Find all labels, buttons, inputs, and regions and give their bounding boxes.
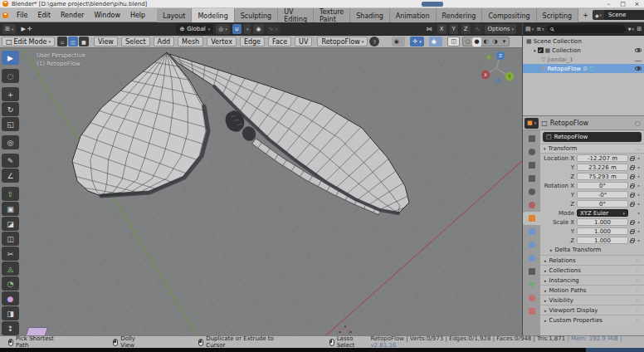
minimize-button[interactable]: – (602, 0, 616, 8)
outliner-item-retopoflow[interactable]: ▽RetopoFlow⚙▽ (523, 64, 644, 73)
options-dropdown[interactable]: Options▾ (485, 24, 516, 34)
proportional-falloff-dropdown[interactable]: ∿▾ (266, 24, 280, 34)
lock-icon[interactable] (628, 174, 636, 179)
value-field[interactable]: -12.207 m (577, 154, 628, 162)
viewport-menu-edge[interactable]: Edge (240, 37, 265, 46)
lock-icon[interactable] (628, 201, 636, 207)
loop-cut-tool-button[interactable]: ◫ (2, 232, 19, 246)
face-select-button[interactable]: ■ (79, 37, 89, 46)
viewport-menu-add[interactable]: Add (154, 37, 175, 46)
workspace-tab-texture-paint[interactable]: Texture Paint (314, 8, 350, 22)
rendered-shading-button[interactable]: ◑ (490, 37, 500, 46)
maximize-button[interactable]: □ (616, 0, 630, 8)
lock-icon[interactable] (628, 228, 636, 234)
lock-icon[interactable] (628, 164, 636, 170)
panel-divider[interactable] (522, 22, 523, 335)
properties-tab-view-layer[interactable] (523, 172, 540, 185)
animate-dot-icon[interactable]: • (636, 228, 642, 234)
animate-dot-icon[interactable]: • (636, 201, 642, 207)
workspace-tab-layout[interactable]: Layout (157, 8, 192, 22)
close-button[interactable]: × (630, 0, 644, 8)
eye-icon[interactable] (635, 66, 642, 72)
section-delta-transform[interactable]: ▸ Delta Transform (540, 245, 644, 255)
workspace-tab-compositing[interactable]: Compositing (482, 8, 536, 22)
value-field[interactable]: -0° (577, 191, 628, 198)
eye-closed-icon[interactable] (635, 56, 642, 63)
properties-tab-tool[interactable] (523, 132, 540, 145)
section-motion-paths[interactable]: ▸Motion Paths∷ (540, 285, 644, 295)
outliner-item-scene-collection[interactable]: ▦Scene Collection (523, 37, 644, 46)
outliner-item-jiandai-1[interactable]: ▽jiandai_1 (523, 55, 644, 64)
section-relations[interactable]: ▸Relations∷ (540, 255, 644, 265)
value-field[interactable]: 1.000 (577, 237, 628, 244)
workspace-tab-shading[interactable]: Shading (350, 8, 390, 22)
section-viewport-display[interactable]: ▸Viewport Display∷ (540, 305, 644, 315)
section-visibility[interactable]: ▸Visibility∷ (540, 295, 644, 305)
snake-hook-icon[interactable]: ∿ (473, 24, 483, 34)
viewport-menu-select[interactable]: Select (121, 37, 150, 46)
scene-selector[interactable]: ◆▾ Scene ▣ × (593, 10, 644, 20)
solid-shading-button[interactable]: ● (472, 37, 481, 46)
object-name-field[interactable]: □ RetopoFlow (543, 132, 642, 142)
properties-tab-object-data[interactable] (523, 278, 540, 291)
viewport-menu-vertex[interactable]: Vertex (207, 37, 237, 46)
mode-dropdown[interactable]: □Edit Mode▾ (2, 37, 55, 46)
transform-tool-button[interactable]: ◎ (2, 135, 19, 149)
gizmo-toggle[interactable]: ✛▾ (410, 37, 423, 46)
viewport-menu-view[interactable]: View (94, 37, 118, 46)
value-field[interactable]: 1.000 (577, 218, 628, 226)
shading-dropdown[interactable]: ▾ (500, 37, 509, 46)
proportional-editing-toggle[interactable]: ◉ (253, 24, 263, 34)
object-visibility-dropdown[interactable]: ◉▾ (392, 37, 406, 46)
workspace-tab-animation[interactable]: Animation (390, 8, 437, 22)
properties-tab-physics[interactable] (523, 252, 540, 265)
workspace-tab-[interactable]: + (578, 8, 593, 22)
properties-tab-object[interactable] (523, 212, 540, 225)
bevel-tool-button[interactable]: ◪ (2, 217, 19, 231)
menu-window[interactable]: Window (89, 12, 125, 19)
outliner-search-input[interactable] (547, 25, 626, 33)
vertex-select-button[interactable]: ▫ (57, 37, 67, 46)
lock-icon[interactable] (628, 237, 636, 243)
value-field[interactable]: 0° (577, 200, 628, 208)
properties-tab-particles[interactable] (523, 238, 540, 252)
overlays-toggle[interactable]: ◉▾ (429, 37, 443, 46)
measure-tool-button[interactable]: ∠ (2, 169, 19, 183)
properties-tab-render[interactable] (523, 145, 540, 159)
move-tool-button[interactable]: + (2, 87, 19, 101)
menu-file[interactable]: File (12, 12, 32, 19)
mode-dropdown-field[interactable]: XYZ Euler▾ (577, 209, 628, 217)
animate-dot-icon[interactable]: • (636, 219, 642, 225)
animate-dot-icon[interactable]: • (636, 210, 642, 216)
value-field[interactable]: 1.000 (577, 227, 628, 235)
smooth-tool-button[interactable]: ● (2, 291, 19, 306)
properties-tab-constraints[interactable] (523, 265, 540, 278)
rotate-tool-button[interactable]: ↻ (2, 102, 19, 116)
mirror-x-toggle[interactable]: X (437, 24, 446, 34)
workspace-tab-rendering[interactable]: Rendering (437, 8, 483, 22)
wireframe-shading-button[interactable]: ○ (463, 37, 472, 46)
spin-tool-button[interactable]: ◔ (2, 276, 19, 291)
pin-icon[interactable]: ○ (635, 120, 641, 127)
disclosure-icon[interactable]: ▾ (534, 48, 536, 53)
knife-tool-button[interactable]: ✂ (2, 247, 19, 261)
select-tweak-tool-button[interactable]: ▶ (2, 51, 19, 65)
orientation-dropdown[interactable]: ⊕Global▾ (176, 24, 213, 34)
eye-icon[interactable] (635, 47, 642, 54)
outliner-display-mode-dropdown[interactable]: ≡▾ (536, 26, 544, 32)
shrink-fatten-tool-button[interactable]: ↕ (2, 321, 19, 335)
properties-tab-texture[interactable] (523, 305, 540, 318)
inset-faces-tool-button[interactable]: ▣ (2, 202, 19, 216)
blender-menu-icon[interactable] (2, 12, 8, 18)
properties-tab-world[interactable] (523, 198, 540, 212)
edge-select-button[interactable]: ◫ (68, 37, 78, 46)
menu-render[interactable]: Render (56, 12, 89, 19)
properties-editor-type-button[interactable]: ■▾ (524, 118, 539, 129)
workspace-tab-scripting[interactable]: Scripting (537, 8, 579, 22)
properties-tab-modifiers[interactable] (523, 225, 540, 238)
menu-help[interactable]: Help (125, 12, 150, 19)
properties-tab-material[interactable] (523, 291, 540, 305)
workspace-tab-uv-editing[interactable]: UV Editing (278, 8, 314, 22)
properties-tab-output[interactable] (523, 159, 540, 172)
outliner-item-collection[interactable]: ▾✓▦Collection (523, 46, 644, 55)
